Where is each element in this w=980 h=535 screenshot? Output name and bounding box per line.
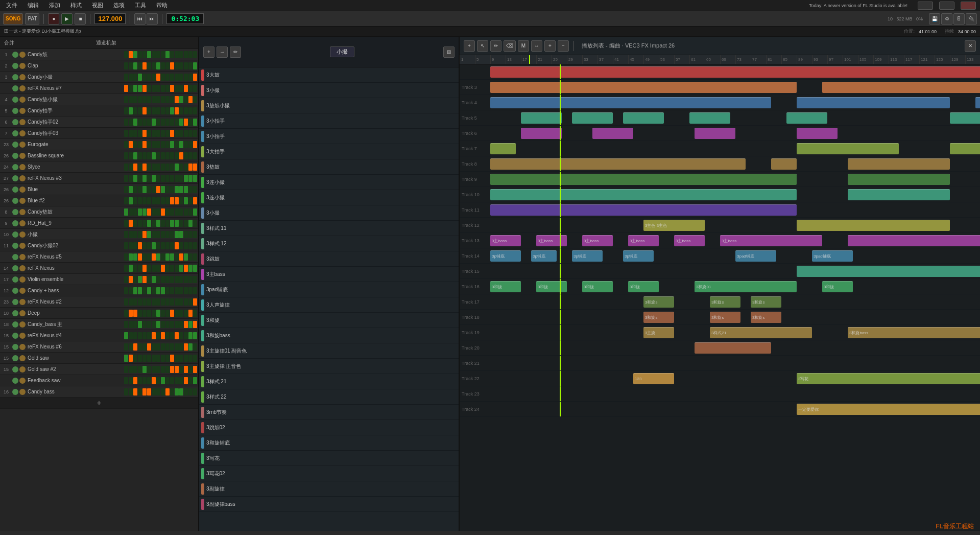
pad[interactable] bbox=[184, 85, 188, 92]
pad[interactable] bbox=[138, 62, 142, 69]
pad[interactable] bbox=[138, 119, 142, 126]
pad[interactable] bbox=[133, 141, 137, 148]
track-content[interactable] bbox=[490, 110, 980, 125]
channel-active-btn[interactable] bbox=[12, 276, 18, 283]
pattern-name[interactable]: 3写花 bbox=[206, 455, 459, 462]
pad[interactable] bbox=[147, 265, 151, 272]
track-block[interactable] bbox=[689, 112, 730, 124]
pad[interactable] bbox=[138, 107, 142, 114]
pad[interactable] bbox=[161, 377, 165, 384]
channel-name[interactable]: reFX Nexus #4 bbox=[26, 333, 124, 338]
track-block[interactable]: 3p铺底 bbox=[531, 250, 557, 262]
pad[interactable] bbox=[133, 332, 137, 339]
pad[interactable] bbox=[124, 321, 128, 328]
pad[interactable] bbox=[175, 152, 179, 159]
pad[interactable] bbox=[124, 355, 128, 362]
pattern-draw-btn[interactable]: ✏ bbox=[230, 46, 241, 58]
pad[interactable] bbox=[138, 141, 142, 148]
pad[interactable] bbox=[129, 51, 133, 58]
channel-row[interactable]: 6Candy拍手02 bbox=[0, 117, 198, 128]
pad[interactable] bbox=[161, 96, 165, 103]
channel-active-btn[interactable] bbox=[12, 175, 18, 181]
channel-row[interactable]: 16Candy bass bbox=[0, 386, 198, 398]
pattern-name[interactable]: 3样式 12 bbox=[206, 240, 459, 247]
pad[interactable] bbox=[170, 130, 174, 137]
pad[interactable] bbox=[156, 332, 160, 339]
pad[interactable] bbox=[193, 152, 197, 159]
pad[interactable] bbox=[170, 377, 174, 384]
pad[interactable] bbox=[165, 276, 170, 283]
channel-row[interactable]: 26Blue bbox=[0, 184, 198, 195]
menu-add[interactable]: 添加 bbox=[47, 1, 62, 10]
ruler-mark[interactable]: 29 bbox=[567, 55, 582, 64]
pad[interactable] bbox=[184, 287, 188, 294]
track-block[interactable]: 3和旋 bbox=[490, 281, 521, 292]
pad[interactable] bbox=[165, 287, 170, 294]
timeline-ruler[interactable]: 1591317212529333741454953576165697377818… bbox=[460, 55, 980, 64]
track-content[interactable]: 样式35样式35 bbox=[490, 172, 980, 187]
pad[interactable] bbox=[179, 96, 183, 103]
menu-tools[interactable]: 工具 bbox=[133, 1, 148, 10]
pattern-row[interactable]: 3和旋 bbox=[199, 313, 459, 328]
pad[interactable] bbox=[175, 242, 179, 249]
track-block[interactable] bbox=[521, 112, 562, 124]
pad[interactable] bbox=[133, 265, 137, 272]
pad[interactable] bbox=[133, 276, 137, 283]
track-block[interactable] bbox=[521, 128, 562, 139]
pad[interactable] bbox=[138, 186, 142, 193]
pattern-row[interactable]: 3垫鼓小撮 bbox=[199, 98, 459, 113]
track-block[interactable]: 3p铺底 bbox=[623, 250, 654, 262]
pad[interactable] bbox=[175, 310, 179, 317]
pad[interactable] bbox=[152, 276, 156, 283]
pad[interactable] bbox=[129, 253, 133, 261]
track-content[interactable]: 3p铺底3p铺底3p铺底3p铺底3pad铺底3pad铺底3pad铺底3pad铺底 bbox=[490, 248, 980, 263]
pad[interactable] bbox=[138, 343, 142, 351]
pad[interactable] bbox=[161, 265, 165, 272]
track-block[interactable]: 3主bass bbox=[674, 235, 705, 246]
pad[interactable] bbox=[161, 388, 165, 396]
pad[interactable] bbox=[156, 242, 160, 249]
pad[interactable] bbox=[175, 62, 179, 69]
pad[interactable] bbox=[179, 175, 183, 182]
channel-row[interactable]: 15reFX Nexus #4 bbox=[0, 330, 198, 341]
pad[interactable] bbox=[175, 107, 179, 114]
pad[interactable] bbox=[124, 265, 128, 272]
song-close-btn[interactable]: ✕ bbox=[965, 40, 976, 52]
ruler-mark[interactable]: 117 bbox=[904, 55, 919, 64]
pad[interactable] bbox=[138, 388, 142, 396]
pad[interactable] bbox=[188, 197, 193, 204]
pad[interactable] bbox=[175, 332, 179, 339]
pad[interactable] bbox=[147, 152, 151, 159]
pad[interactable] bbox=[129, 242, 133, 249]
channel-active-btn[interactable] bbox=[12, 209, 18, 215]
ruler-mark[interactable]: 1 bbox=[460, 55, 475, 64]
channel-name[interactable]: Candy拍手02 bbox=[26, 119, 124, 126]
pad[interactable] bbox=[193, 231, 197, 238]
channel-row[interactable]: 12Candy + bass bbox=[0, 285, 198, 296]
pattern-name[interactable]: 3主bass bbox=[206, 271, 459, 278]
pad[interactable] bbox=[165, 310, 170, 317]
pad[interactable] bbox=[147, 186, 151, 193]
pad[interactable] bbox=[184, 186, 188, 193]
pad[interactable] bbox=[188, 107, 193, 114]
pad[interactable] bbox=[184, 343, 188, 351]
pad[interactable] bbox=[142, 85, 147, 92]
pattern-name[interactable]: 3大拍手 bbox=[206, 148, 459, 155]
track-block[interactable] bbox=[490, 158, 746, 170]
pad[interactable] bbox=[165, 298, 170, 306]
channel-mute-btn[interactable] bbox=[19, 321, 26, 328]
pad[interactable] bbox=[165, 355, 170, 362]
channel-row[interactable]: 26Blue #2 bbox=[0, 195, 198, 206]
pad[interactable] bbox=[147, 332, 151, 339]
channel-row[interactable]: 18Candy_bass 主 bbox=[0, 319, 198, 330]
channel-name[interactable]: Candy鼓 bbox=[26, 51, 124, 58]
grid-snap-btn[interactable]: ⊞ bbox=[443, 46, 455, 58]
pad[interactable] bbox=[193, 298, 197, 306]
pad[interactable] bbox=[152, 231, 156, 238]
pad[interactable] bbox=[179, 287, 183, 294]
pad[interactable] bbox=[142, 51, 147, 58]
pad[interactable] bbox=[156, 276, 160, 283]
pad[interactable] bbox=[138, 276, 142, 283]
pad[interactable] bbox=[179, 197, 183, 204]
pad[interactable] bbox=[124, 51, 128, 58]
